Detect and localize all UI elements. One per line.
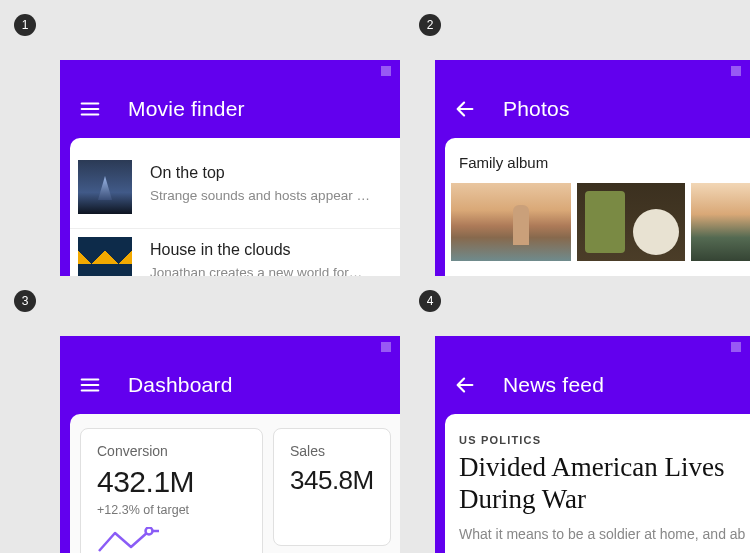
movie-thumbnail [78,160,132,214]
example-panel-2: 2 Photos Family album [400,0,750,276]
photo-thumbnail[interactable] [451,183,571,261]
menu-icon[interactable] [78,97,102,121]
svg-point-0 [146,528,153,535]
content-surface: Conversion 432.1M +12.3% of target Sales… [70,414,401,553]
back-icon[interactable] [453,373,477,397]
photo-thumbnail[interactable] [691,183,750,261]
article-headline[interactable]: Divided American Lives During War [445,452,750,516]
metric-label: Conversion [97,443,246,459]
device-frame: Photos Family album [435,60,750,277]
photo-thumbnail[interactable] [577,183,685,261]
metric-card-sales[interactable]: Sales 345.8M [273,428,391,546]
metric-delta: +12.3% of target [97,503,246,517]
list-item[interactable]: House in the clouds Jonathan creates a n… [70,229,401,277]
status-indicator [381,66,391,76]
sparkline-chart [97,527,246,553]
status-indicator [381,342,391,352]
status-indicator [731,66,741,76]
metric-value: 432.1M [97,465,246,499]
content-surface: US POLITICS Divided American Lives Durin… [445,414,750,553]
content-surface: Family album [445,138,750,277]
content-surface: On the top Strange sounds and hosts appe… [70,138,401,277]
device-frame: News feed US POLITICS Divided American L… [435,336,750,553]
example-number-badge: 2 [419,14,441,36]
app-bar-title: Photos [503,97,570,121]
example-panel-1: 1 Movie finder On the top Strange sounds… [0,0,400,276]
example-number-badge: 3 [14,290,36,312]
example-panel-3: 3 Dashboard Conversion 432.1M +12.3% of … [0,276,400,553]
article-kicker: US POLITICS [445,428,750,452]
app-bar: Photos [435,80,750,138]
example-panel-4: 4 News feed US POLITICS Divided American… [400,276,750,553]
back-icon[interactable] [453,97,477,121]
list-item-title: House in the clouds [150,241,383,259]
photo-row [445,183,750,261]
device-frame: Dashboard Conversion 432.1M +12.3% of ta… [60,336,401,553]
device-frame: Movie finder On the top Strange sounds a… [60,60,401,277]
article-lede: What it means to be a soldier at home, a… [445,516,750,542]
list-item-subtitle: Strange sounds and hosts appear … [150,188,383,203]
app-bar: Movie finder [60,80,401,138]
list-item-title: On the top [150,164,383,182]
app-bar-title: Movie finder [128,97,245,121]
app-bar-title: News feed [503,373,604,397]
status-indicator [731,342,741,352]
app-bar: News feed [435,356,750,414]
app-bar-title: Dashboard [128,373,233,397]
metric-label: Sales [290,443,374,459]
movie-thumbnail [78,237,132,277]
metric-card-conversion[interactable]: Conversion 432.1M +12.3% of target [80,428,263,553]
example-number-badge: 4 [419,290,441,312]
example-number-badge: 1 [14,14,36,36]
list-item[interactable]: On the top Strange sounds and hosts appe… [70,152,401,229]
app-bar: Dashboard [60,356,401,414]
section-label: Family album [445,152,750,183]
metric-value: 345.8M [290,465,374,496]
menu-icon[interactable] [78,373,102,397]
